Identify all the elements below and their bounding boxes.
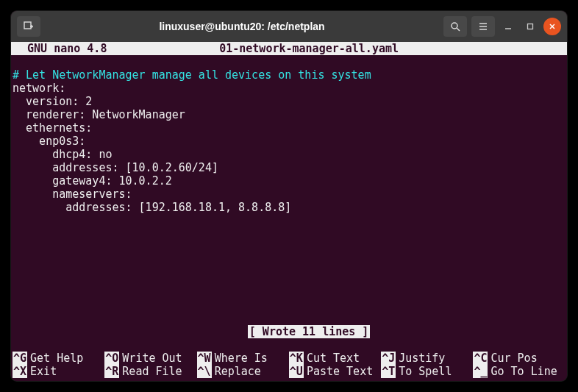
shortcut-get-help: ^GGet Help <box>13 352 104 365</box>
svg-point-3 <box>452 23 457 29</box>
nano-shortcuts: ^GGet Help ^OWrite Out ^WWhere Is ^KCut … <box>11 352 567 381</box>
terminal-area[interactable]: GNU nano 4.8 01-network-manager-all.yaml… <box>11 42 567 381</box>
file-line: dhcp4: no <box>13 148 112 161</box>
shortcut-paste-text: ^UPaste Text <box>289 365 381 378</box>
file-line: network: <box>13 82 65 95</box>
shortcut-where-is: ^WWhere Is <box>197 352 289 365</box>
terminal-window: linuxuser@ubuntu20: /etc/netplan <box>11 11 567 381</box>
file-line: version: 2 <box>13 95 92 108</box>
file-line: gateway4: 10.0.2.2 <box>13 174 172 188</box>
editor-body[interactable]: # Let NetworkManager manage all devices … <box>11 55 567 312</box>
file-line: ethernets: <box>13 121 92 135</box>
shortcut-read-file: ^RRead File <box>104 365 196 378</box>
search-icon <box>450 21 460 32</box>
minimize-icon <box>504 23 512 30</box>
shortcut-write-out: ^OWrite Out <box>104 352 196 365</box>
file-line-comment: # Let NetworkManager manage all devices … <box>13 68 371 82</box>
new-tab-button[interactable] <box>17 16 40 37</box>
nano-status-bar: [ Wrote 11 lines ] <box>11 312 567 352</box>
svg-line-4 <box>457 28 460 31</box>
maximize-button[interactable] <box>521 18 539 35</box>
shortcut-exit: ^XExit <box>13 365 104 378</box>
shortcut-row: ^GGet Help ^OWrite Out ^WWhere Is ^KCut … <box>13 352 565 365</box>
close-button[interactable] <box>543 18 561 35</box>
nano-app-name: GNU nano 4.8 <box>14 42 107 55</box>
hamburger-icon <box>478 21 488 32</box>
svg-rect-9 <box>528 24 533 29</box>
svg-rect-0 <box>24 22 31 29</box>
shortcut-replace: ^\Replace <box>197 365 289 378</box>
file-line: renderer: NetworkManager <box>13 108 185 121</box>
nano-status-text: [ Wrote 11 lines ] <box>248 325 371 338</box>
file-line: enp0s3: <box>13 135 85 148</box>
close-icon <box>549 23 556 30</box>
menu-button[interactable] <box>471 16 495 37</box>
file-line: addresses: [192.168.18.1, 8.8.8.8] <box>13 201 291 214</box>
new-tab-icon <box>24 21 34 32</box>
file-line: nameservers: <box>13 188 132 201</box>
search-button[interactable] <box>443 16 467 37</box>
shortcut-row: ^XExit ^RRead File ^\Replace ^UPaste Tex… <box>13 365 565 378</box>
window-title: linuxuser@ubuntu20: /etc/netplan <box>46 21 438 32</box>
titlebar: linuxuser@ubuntu20: /etc/netplan <box>11 11 567 42</box>
shortcut-to-spell: ^TTo Spell <box>381 365 473 378</box>
shortcut-justify: ^JJustify <box>381 352 473 365</box>
maximize-icon <box>527 23 534 30</box>
file-line: addresses: [10.0.2.60/24] <box>13 161 218 174</box>
minimize-button[interactable] <box>499 18 517 35</box>
nano-header: GNU nano 4.8 01-network-manager-all.yaml <box>11 42 567 55</box>
shortcut-go-to-line: ^_Go To Line <box>473 365 565 378</box>
nano-filename: 01-network-manager-all.yaml <box>107 42 510 55</box>
shortcut-cut-text: ^KCut Text <box>289 352 381 365</box>
shortcut-cur-pos: ^CCur Pos <box>473 352 565 365</box>
